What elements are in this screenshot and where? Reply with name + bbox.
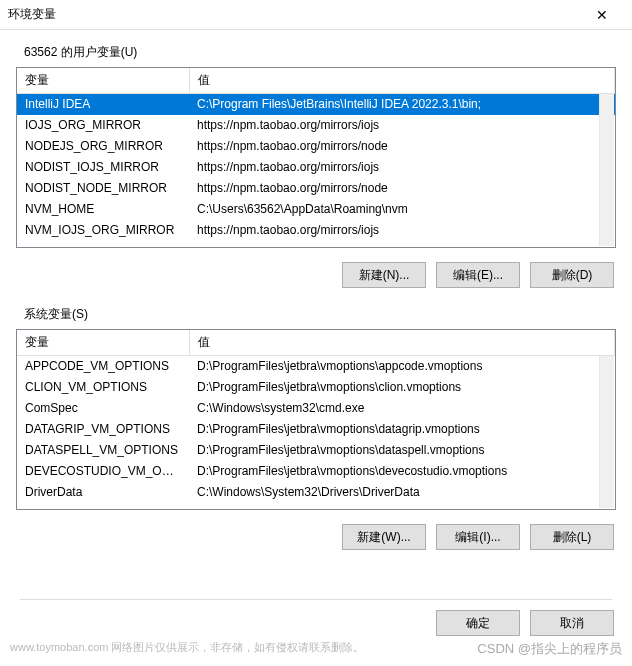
table-row[interactable]: CLION_VM_OPTIONSD:\ProgramFiles\jetbra\v… xyxy=(17,377,615,398)
var-value-cell: C:\Windows\System32\Drivers\DriverData xyxy=(189,482,615,503)
ok-button[interactable]: 确定 xyxy=(436,610,520,636)
system-header-variable[interactable]: 变量 xyxy=(17,330,189,356)
table-row[interactable]: NODIST_NODE_MIRRORhttps://npm.taobao.org… xyxy=(17,178,615,199)
var-value-cell: https://npm.taobao.org/mirrors/node xyxy=(189,178,615,199)
system-delete-button[interactable]: 删除(L) xyxy=(530,524,614,550)
var-value-cell: https://npm.taobao.org/mirrors/iojs xyxy=(189,220,615,241)
var-name-cell: NODIST_IOJS_MIRROR xyxy=(17,157,189,178)
user-new-button[interactable]: 新建(N)... xyxy=(342,262,426,288)
var-name-cell: DriverData xyxy=(17,482,189,503)
table-row[interactable]: NVM_IOJS_ORG_MIRRORhttps://npm.taobao.or… xyxy=(17,220,615,241)
system-header-value[interactable]: 值 xyxy=(189,330,615,356)
title-bar: 环境变量 ✕ xyxy=(0,0,632,30)
user-vars-table[interactable]: 变量 值 IntelliJ IDEAC:\Program Files\JetBr… xyxy=(17,68,615,241)
close-icon: ✕ xyxy=(596,7,608,23)
var-value-cell: C:\Users\63562\AppData\Roaming\nvm xyxy=(189,199,615,220)
watermark-left: www.toymoban.com 网络图片仅供展示，非存储，如有侵权请联系删除。 xyxy=(10,640,364,658)
var-value-cell: https://npm.taobao.org/mirrors/iojs xyxy=(189,115,615,136)
user-edit-button[interactable]: 编辑(E)... xyxy=(436,262,520,288)
watermark: www.toymoban.com 网络图片仅供展示，非存储，如有侵权请联系删除。… xyxy=(10,640,622,658)
user-vars-table-container: 变量 值 IntelliJ IDEAC:\Program Files\JetBr… xyxy=(16,67,616,248)
var-name-cell: NODIST_NODE_MIRROR xyxy=(17,178,189,199)
user-delete-button[interactable]: 删除(D) xyxy=(530,262,614,288)
table-row[interactable]: APPCODE_VM_OPTIONSD:\ProgramFiles\jetbra… xyxy=(17,356,615,377)
var-value-cell: D:\ProgramFiles\jetbra\vmoptions\datagri… xyxy=(189,419,615,440)
var-name-cell: NODEJS_ORG_MIRROR xyxy=(17,136,189,157)
table-row[interactable]: IntelliJ IDEAC:\Program Files\JetBrains\… xyxy=(17,94,615,115)
var-name-cell: DATASPELL_VM_OPTIONS xyxy=(17,440,189,461)
var-value-cell: D:\ProgramFiles\jetbra\vmoptions\appcode… xyxy=(189,356,615,377)
var-name-cell: NVM_IOJS_ORG_MIRROR xyxy=(17,220,189,241)
var-value-cell: C:\Windows\system32\cmd.exe xyxy=(189,398,615,419)
window-title: 环境变量 xyxy=(8,6,580,23)
table-row[interactable]: NVM_HOMEC:\Users\63562\AppData\Roaming\n… xyxy=(17,199,615,220)
system-vars-label: 系统变量(S) xyxy=(24,306,616,323)
var-value-cell: D:\ProgramFiles\jetbra\vmoptions\devecos… xyxy=(189,461,615,482)
user-scrollbar[interactable] xyxy=(599,94,614,246)
var-value-cell: C:\Program Files\JetBrains\IntelliJ IDEA… xyxy=(189,94,615,115)
watermark-right: CSDN @指尖上的程序员 xyxy=(477,640,622,658)
var-name-cell: ComSpec xyxy=(17,398,189,419)
var-name-cell: IntelliJ IDEA xyxy=(17,94,189,115)
var-value-cell: D:\ProgramFiles\jetbra\vmoptions\dataspe… xyxy=(189,440,615,461)
var-name-cell: CLION_VM_OPTIONS xyxy=(17,377,189,398)
table-row[interactable]: DriverDataC:\Windows\System32\Drivers\Dr… xyxy=(17,482,615,503)
system-vars-table[interactable]: 变量 值 APPCODE_VM_OPTIONSD:\ProgramFiles\j… xyxy=(17,330,615,503)
var-value-cell: D:\ProgramFiles\jetbra\vmoptions\clion.v… xyxy=(189,377,615,398)
table-row[interactable]: NODIST_IOJS_MIRRORhttps://npm.taobao.org… xyxy=(17,157,615,178)
var-value-cell: https://npm.taobao.org/mirrors/iojs xyxy=(189,157,615,178)
var-name-cell: DATAGRIP_VM_OPTIONS xyxy=(17,419,189,440)
table-row[interactable]: DATASPELL_VM_OPTIONSD:\ProgramFiles\jetb… xyxy=(17,440,615,461)
var-name-cell: APPCODE_VM_OPTIONS xyxy=(17,356,189,377)
var-name-cell: DEVECOSTUDIO_VM_OPT... xyxy=(17,461,189,482)
var-name-cell: IOJS_ORG_MIRROR xyxy=(17,115,189,136)
divider xyxy=(20,599,612,600)
close-button[interactable]: ✕ xyxy=(580,1,624,29)
table-row[interactable]: ComSpecC:\Windows\system32\cmd.exe xyxy=(17,398,615,419)
system-vars-table-container: 变量 值 APPCODE_VM_OPTIONSD:\ProgramFiles\j… xyxy=(16,329,616,510)
system-edit-button[interactable]: 编辑(I)... xyxy=(436,524,520,550)
user-header-variable[interactable]: 变量 xyxy=(17,68,189,94)
user-vars-label: 63562 的用户变量(U) xyxy=(24,44,616,61)
table-row[interactable]: DEVECOSTUDIO_VM_OPT...D:\ProgramFiles\je… xyxy=(17,461,615,482)
table-row[interactable]: NODEJS_ORG_MIRRORhttps://npm.taobao.org/… xyxy=(17,136,615,157)
table-row[interactable]: DATAGRIP_VM_OPTIONSD:\ProgramFiles\jetbr… xyxy=(17,419,615,440)
system-new-button[interactable]: 新建(W)... xyxy=(342,524,426,550)
var-value-cell: https://npm.taobao.org/mirrors/node xyxy=(189,136,615,157)
user-header-value[interactable]: 值 xyxy=(189,68,615,94)
table-row[interactable]: IOJS_ORG_MIRRORhttps://npm.taobao.org/mi… xyxy=(17,115,615,136)
system-scrollbar[interactable] xyxy=(599,356,614,508)
cancel-button[interactable]: 取消 xyxy=(530,610,614,636)
var-name-cell: NVM_HOME xyxy=(17,199,189,220)
